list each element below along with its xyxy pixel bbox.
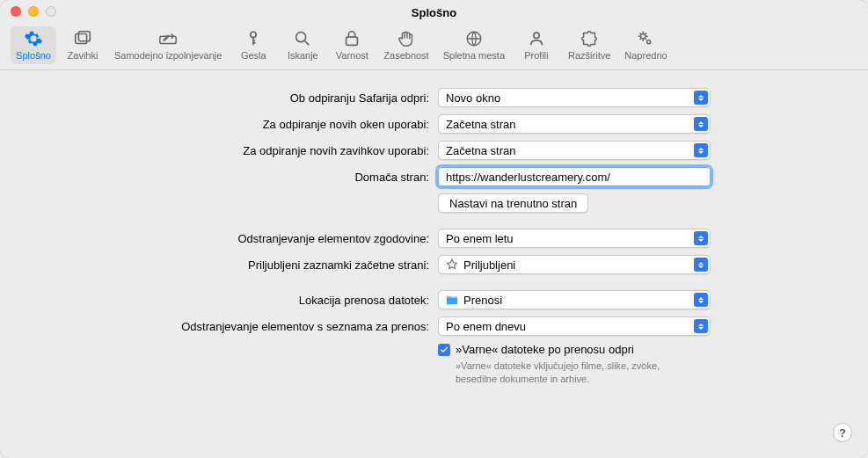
chevron-updown-icon — [694, 293, 708, 307]
chevron-updown-icon — [694, 143, 708, 157]
preferences-window: Splošno SplošnoZavihkiSamodejno izpolnje… — [0, 0, 868, 458]
homepage-input[interactable] — [438, 167, 711, 186]
select-remove-downloads[interactable]: Po enem dnevu — [438, 316, 711, 336]
key-icon — [244, 28, 263, 49]
window-controls — [11, 6, 56, 17]
svg-rect-0 — [76, 34, 87, 44]
toolbar-label: Napredno — [624, 50, 667, 61]
toolbar-label: Profili — [524, 50, 549, 61]
toolbar-security[interactable]: Varnost — [329, 26, 375, 64]
toolbar-profiles[interactable]: Profili — [514, 26, 559, 64]
select-favorites[interactable]: Priljubljeni — [438, 255, 711, 274]
person-icon — [527, 28, 546, 49]
toolbar-label: Samodejno izpolnjevanje — [114, 50, 222, 61]
toolbar-label: Zavihki — [68, 50, 98, 61]
label-new-tabs: Za odpiranje novih zavihkov uporabi: — [18, 144, 438, 157]
toolbar-advanced[interactable]: Napredno — [619, 26, 672, 64]
svg-point-7 — [534, 33, 539, 38]
tabs-icon — [73, 28, 92, 49]
label-remove-downloads: Odstranjevanje elementov s seznama za pr… — [18, 320, 438, 333]
folder-icon — [446, 294, 458, 306]
select-download-location[interactable]: Prenosi — [438, 290, 711, 309]
toolbar-label: Iskanje — [288, 50, 318, 61]
toolbar-extensions[interactable]: Razširitve — [563, 26, 616, 64]
toolbar-general[interactable]: Splošno — [11, 26, 56, 64]
gear-icon — [24, 28, 43, 49]
toolbar-autofill[interactable]: Samodejno izpolnjevanje — [109, 26, 227, 64]
search-icon — [293, 28, 312, 49]
close-window-button[interactable] — [11, 6, 21, 17]
toolbar-label: Gesla — [241, 50, 266, 61]
content-area: Ob odpiranju Safarija odpri: Novo okno Z… — [0, 70, 868, 411]
toolbar: SplošnoZavihkiSamodejno izpolnjevanjeGes… — [0, 21, 868, 70]
chevron-updown-icon — [694, 231, 708, 245]
label-new-windows: Za odpiranje novih oken uporabi: — [18, 118, 438, 131]
zoom-window-button[interactable] — [46, 6, 56, 17]
toolbar-label: Varnost — [336, 50, 368, 61]
lock-icon — [342, 28, 361, 49]
puzzle-icon — [580, 28, 599, 49]
set-current-page-button[interactable]: Nastavi na trenutno stran — [438, 193, 588, 213]
select-remove-history[interactable]: Po enem letu — [438, 229, 711, 248]
toolbar-label: Splošno — [16, 50, 51, 61]
globe-icon — [464, 28, 484, 49]
svg-point-3 — [251, 32, 256, 37]
pencil-icon — [158, 28, 178, 49]
select-on-launch[interactable]: Novo okno — [438, 88, 711, 107]
toolbar-search[interactable]: Iskanje — [280, 26, 325, 64]
set-current-label: Nastavi na trenutno stran — [449, 197, 577, 210]
select-download-location-value: Prenosi — [463, 294, 502, 307]
svg-point-4 — [296, 33, 306, 42]
select-remove-downloads-value: Po enem dnevu — [446, 320, 526, 333]
gears-icon — [636, 28, 655, 49]
titlebar: Splošno — [0, 0, 868, 21]
window-title: Splošno — [412, 6, 456, 19]
toolbar-websites[interactable]: Spletna mesta — [438, 26, 510, 64]
chevron-updown-icon — [694, 319, 708, 333]
select-new-windows[interactable]: Začetna stran — [438, 114, 711, 134]
minimize-window-button[interactable] — [28, 6, 39, 17]
label-homepage: Domača stran: — [18, 171, 438, 184]
toolbar-passwords[interactable]: Gesla — [230, 26, 276, 64]
select-new-tabs[interactable]: Začetna stran — [438, 141, 711, 160]
label-remove-history: Odstranjevanje elementov zgodovine: — [18, 232, 438, 245]
safe-files-label: »Varne« datoteke po prenosu odpri — [456, 343, 693, 356]
toolbar-tabs[interactable]: Zavihki — [60, 26, 106, 64]
select-favorites-value: Priljubljeni — [463, 258, 515, 272]
toolbar-label: Razširitve — [568, 50, 610, 61]
safe-files-note: »Varne« datoteke vključujejo filme, slik… — [456, 360, 693, 386]
svg-point-8 — [641, 34, 646, 40]
select-new-tabs-value: Začetna stran — [446, 144, 516, 157]
toolbar-label: Spletna mesta — [443, 50, 505, 61]
select-new-windows-value: Začetna stran — [446, 118, 516, 131]
svg-point-9 — [647, 40, 651, 44]
chevron-updown-icon — [694, 117, 708, 131]
help-button[interactable]: ? — [833, 423, 852, 442]
toolbar-privacy[interactable]: Zasebnost — [378, 26, 434, 64]
safe-files-checkbox[interactable] — [438, 344, 450, 356]
label-download-location: Lokacija prenosa datotek: — [18, 294, 438, 307]
svg-rect-5 — [346, 37, 358, 45]
chevron-updown-icon — [694, 258, 708, 272]
label-on-launch: Ob odpiranju Safarija odpri: — [18, 91, 438, 105]
select-remove-history-value: Po enem letu — [446, 232, 514, 245]
chevron-updown-icon — [694, 91, 708, 105]
select-on-launch-value: Novo okno — [446, 91, 500, 105]
help-label: ? — [839, 426, 846, 440]
star-icon — [446, 258, 458, 271]
svg-rect-1 — [78, 32, 90, 41]
hand-icon — [397, 28, 416, 49]
label-favorites: Priljubljeni zaznamki začetne strani: — [18, 258, 438, 272]
toolbar-label: Zasebnost — [383, 50, 428, 61]
